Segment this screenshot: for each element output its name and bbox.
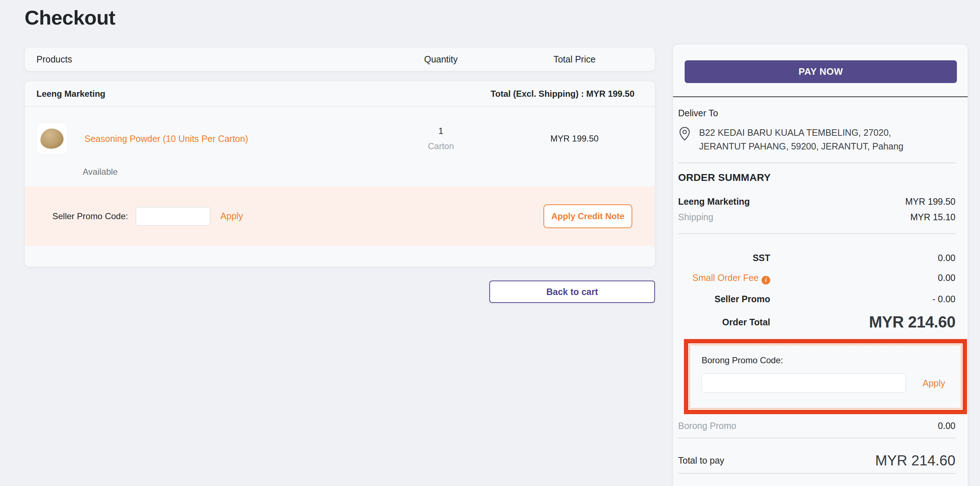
- product-row: Seasoning Powder (10 Units Per Carton) 1…: [25, 107, 655, 154]
- borong-promo-input-row: Apply: [702, 373, 961, 393]
- seller-subtotal: Total (Excl. Shipping) : MYR 199.50: [491, 89, 635, 99]
- column-header-products: Products: [37, 54, 376, 65]
- column-header-total-price: Total Price: [506, 54, 643, 65]
- quantity-cell: 1 Carton: [376, 126, 506, 151]
- borong-promo-row: Borong Promo 0.00: [673, 421, 968, 431]
- location-pin-icon: [678, 126, 691, 143]
- product-image[interactable]: [37, 123, 67, 154]
- small-order-fee-label: Small Order Feei: [678, 273, 770, 284]
- panel-dark-divider: [673, 97, 968, 97]
- total-to-pay-value: MYR 214.60: [875, 453, 955, 469]
- order-total-label: Order Total: [678, 317, 770, 327]
- column-header-quantity: Quantity: [376, 54, 506, 65]
- product-cell: Seasoning Powder (10 Units Per Carton): [37, 123, 376, 154]
- seller-order-card: Leeng Marketing Total (Excl. Shipping) :…: [25, 81, 655, 267]
- order-total-row: Order Total MYR 214.60: [673, 313, 968, 331]
- shipping-value: MYR 15.10: [910, 212, 955, 222]
- summary-seller-value: MYR 199.50: [905, 197, 955, 207]
- address-line-2: JERANTUT PAHANG, 59200, JERANTUT, Pahang: [699, 139, 904, 153]
- sst-value: 0.00: [938, 253, 955, 263]
- summary-seller-label: Leeng Marketing: [678, 197, 750, 207]
- sst-row: SST 0.00: [673, 253, 968, 263]
- cart-column: Checkout Products Quantity Total Price L…: [25, 0, 655, 303]
- quantity-value: 1: [376, 126, 506, 136]
- pay-now-button[interactable]: PAY NOW: [685, 60, 957, 83]
- sst-label: SST: [678, 253, 770, 263]
- delivery-address-row: B22 KEDAI BARU KUALA TEMBELING, 27020, J…: [678, 125, 955, 153]
- seller-promo-apply-link[interactable]: Apply: [220, 211, 243, 221]
- quantity-unit: Carton: [376, 141, 506, 151]
- seller-promo-row-label: Seller Promo: [678, 294, 770, 304]
- divider: [678, 438, 955, 438]
- borong-promo-row-value: 0.00: [938, 421, 955, 431]
- order-summary-panel: PAY NOW Deliver To B22 KEDAI BARU KUALA …: [673, 44, 968, 486]
- borong-promo-row-label: Borong Promo: [678, 421, 736, 431]
- checkout-page: Checkout Products Quantity Total Price L…: [0, 0, 980, 486]
- products-table-header: Products Quantity Total Price: [25, 47, 655, 71]
- seller-header-row: Leeng Marketing Total (Excl. Shipping) :…: [25, 81, 655, 107]
- seller-promo-input[interactable]: [136, 207, 210, 226]
- order-total-value: MYR 214.60: [869, 313, 955, 331]
- seller-promo-section: Seller Promo Code: Apply Apply Credit No…: [25, 186, 655, 246]
- seasoning-powder-image: [40, 129, 64, 149]
- back-to-cart-button[interactable]: Back to cart: [489, 281, 655, 303]
- shipping-row: Shipping MYR 15.10: [673, 212, 968, 222]
- apply-credit-note-button[interactable]: Apply Credit Note: [543, 204, 632, 228]
- borong-promo-highlight-box: Borong Promo Code: Apply: [684, 339, 967, 414]
- summary-seller-row: Leeng Marketing MYR 199.50: [673, 197, 968, 207]
- seller-promo-row: Seller Promo - 0.00: [673, 294, 968, 304]
- item-total-price: MYR 199.50: [506, 133, 643, 144]
- info-icon[interactable]: i: [762, 276, 770, 284]
- seller-promo-label: Seller Promo Code:: [52, 211, 128, 221]
- small-order-fee-row: Small Order Feei 0.00: [673, 273, 968, 284]
- borong-promo-input[interactable]: [702, 373, 906, 393]
- divider: [678, 162, 955, 163]
- seller-promo-row-value: - 0.00: [932, 294, 955, 304]
- deliver-to-label: Deliver To: [678, 108, 955, 118]
- borong-promo-label: Borong Promo Code:: [702, 355, 961, 365]
- availability-status: Available: [25, 154, 655, 186]
- divider: [678, 473, 955, 474]
- seller-name: Leeng Marketing: [37, 89, 105, 99]
- total-to-pay-label: Total to pay: [678, 455, 724, 466]
- total-to-pay-row: Total to pay MYR 214.60: [673, 448, 968, 473]
- small-order-fee-value: 0.00: [938, 273, 955, 283]
- order-summary-heading: ORDER SUMMARY: [678, 172, 968, 183]
- borong-promo-section: Borong Promo Code: Apply: [689, 345, 962, 409]
- delivery-address: B22 KEDAI BARU KUALA TEMBELING, 27020, J…: [699, 125, 904, 153]
- product-name-link[interactable]: Seasoning Powder (10 Units Per Carton): [84, 133, 248, 144]
- page-title: Checkout: [25, 6, 655, 30]
- divider: [678, 233, 955, 234]
- small-order-fee-text: Small Order Fee: [692, 273, 759, 283]
- address-line-1: B22 KEDAI BARU KUALA TEMBELING, 27020,: [699, 125, 904, 139]
- borong-promo-apply-link[interactable]: Apply: [923, 378, 945, 389]
- shipping-label: Shipping: [678, 212, 713, 222]
